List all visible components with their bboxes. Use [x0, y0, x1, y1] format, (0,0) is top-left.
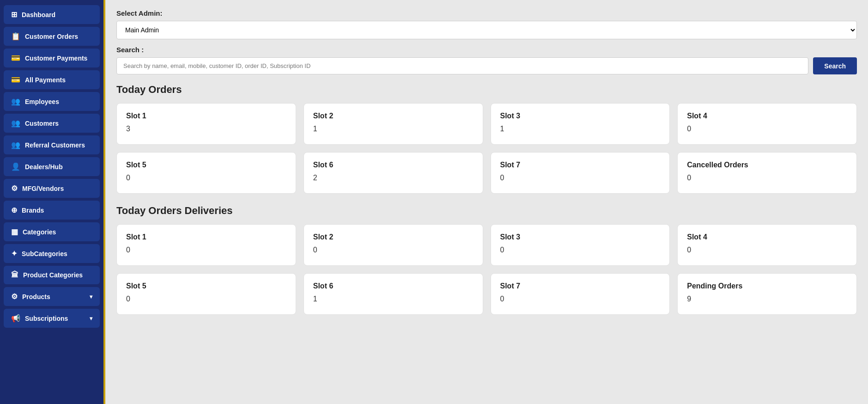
card-value: 9: [687, 295, 847, 303]
delivery-card-3[interactable]: Slot 4 0: [677, 224, 857, 266]
card-value: 0: [126, 246, 286, 254]
sidebar-label-product-categories: Product Categories: [23, 271, 83, 279]
sidebar-item-customer-payments[interactable]: 💳 Customer Payments: [4, 49, 100, 67]
sidebar-icon-employees: 👥: [11, 97, 20, 106]
sidebar-item-subcategories[interactable]: ✦ SubCategories: [4, 244, 100, 263]
delivery-card-1[interactable]: Slot 2 0: [303, 224, 483, 266]
sidebar-icon-referral-customers: 👥: [11, 141, 20, 149]
today-orders-section: Today Orders Slot 1 3 Slot 2 1 Slot 3 1 …: [116, 84, 857, 194]
card-value: 0: [313, 246, 473, 254]
today-order-card-5[interactable]: Slot 6 2: [303, 152, 483, 194]
sidebar-label-subcategories: SubCategories: [22, 250, 67, 257]
sidebar-item-products[interactable]: ⚙ Products ▾: [4, 287, 100, 306]
sidebar-icon-subcategories: ✦: [11, 249, 17, 258]
card-value: 1: [313, 125, 473, 133]
card-value: 0: [500, 246, 661, 254]
sidebar-label-subscriptions: Subscriptions: [25, 315, 68, 322]
card-title: Slot 5: [126, 282, 286, 290]
sidebar-icon-subscriptions: 📢: [11, 314, 20, 323]
delivery-card-4[interactable]: Slot 5 0: [116, 273, 296, 315]
delivery-card-7[interactable]: Pending Orders 9: [677, 273, 857, 315]
card-title: Slot 2: [313, 112, 473, 120]
sidebar-item-brands[interactable]: ⊕ Brands: [4, 201, 100, 220]
sidebar-icon-all-payments: 💳: [11, 75, 20, 84]
card-value: 0: [500, 295, 661, 303]
delivery-card-0[interactable]: Slot 1 0: [116, 224, 296, 266]
card-title: Slot 6: [313, 282, 473, 290]
card-title: Slot 6: [313, 161, 473, 169]
select-admin-section: Select Admin: Main Admin: [116, 9, 857, 46]
card-title: Slot 4: [687, 112, 847, 120]
sidebar-icon-product-categories: 🏛: [11, 271, 18, 279]
card-title: Pending Orders: [687, 282, 847, 290]
sidebar-item-dashboard[interactable]: ⊞ Dashboard: [4, 5, 100, 24]
card-title: Slot 5: [126, 161, 286, 169]
today-orders-grid: Slot 1 3 Slot 2 1 Slot 3 1 Slot 4 0 Slot…: [116, 103, 857, 194]
card-title: Slot 7: [500, 282, 661, 290]
sidebar-icon-brands: ⊕: [11, 206, 17, 214]
today-order-card-6[interactable]: Slot 7 0: [491, 152, 670, 194]
delivery-card-2[interactable]: Slot 3 0: [491, 224, 670, 266]
sidebar: ⊞ Dashboard 📋 Customer Orders 💳 Customer…: [0, 0, 105, 404]
sidebar-item-categories[interactable]: ▦ Categories: [4, 222, 100, 241]
sidebar-item-referral-customers[interactable]: 👥 Referral Customers: [4, 135, 100, 154]
card-value: 0: [687, 125, 847, 133]
sidebar-label-customers: Customers: [25, 120, 59, 127]
delivery-card-6[interactable]: Slot 7 0: [491, 273, 670, 315]
sidebar-label-mfg-vendors: MFG/Vendors: [22, 185, 64, 192]
card-value: 2: [313, 174, 473, 182]
today-order-card-3[interactable]: Slot 4 0: [677, 103, 857, 145]
sidebar-item-customers[interactable]: 👥 Customers: [4, 114, 100, 133]
card-title: Slot 3: [500, 233, 661, 241]
card-value: 0: [500, 174, 661, 182]
card-value: 1: [500, 125, 661, 133]
search-button[interactable]: Search: [813, 57, 857, 74]
card-title: Slot 4: [687, 233, 847, 241]
sidebar-label-dashboard: Dashboard: [22, 11, 55, 18]
today-deliveries-grid: Slot 1 0 Slot 2 0 Slot 3 0 Slot 4 0 Slot…: [116, 224, 857, 315]
sidebar-icon-customer-orders: 📋: [11, 32, 20, 41]
delivery-card-5[interactable]: Slot 6 1: [303, 273, 483, 315]
sidebar-item-product-categories[interactable]: 🏛 Product Categories: [4, 266, 100, 284]
main-content: Select Admin: Main Admin Search : Search…: [105, 0, 868, 404]
sidebar-icon-customers: 👥: [11, 119, 20, 128]
sidebar-label-customer-payments: Customer Payments: [25, 55, 87, 62]
card-value: 0: [126, 174, 286, 182]
sidebar-label-brands: Brands: [22, 207, 44, 214]
chevron-down-icon: ▾: [90, 315, 92, 322]
today-order-card-7[interactable]: Cancelled Orders 0: [677, 152, 857, 194]
card-value: 0: [687, 246, 847, 254]
today-order-card-0[interactable]: Slot 1 3: [116, 103, 296, 145]
sidebar-label-categories: Categories: [23, 228, 56, 236]
search-section: Search : Search: [116, 46, 857, 74]
sidebar-item-all-payments[interactable]: 💳 All Payments: [4, 70, 100, 89]
sidebar-item-dealers-hub[interactable]: 👤 Dealers/Hub: [4, 157, 100, 176]
card-title: Slot 1: [126, 112, 286, 120]
card-title: Slot 3: [500, 112, 661, 120]
card-title: Slot 1: [126, 233, 286, 241]
sidebar-label-dealers-hub: Dealers/Hub: [25, 163, 63, 171]
sidebar-item-subscriptions[interactable]: 📢 Subscriptions ▾: [4, 309, 100, 328]
sidebar-item-employees[interactable]: 👥 Employees: [4, 92, 100, 111]
card-title: Slot 7: [500, 161, 661, 169]
card-title: Slot 2: [313, 233, 473, 241]
sidebar-label-employees: Employees: [25, 98, 59, 105]
card-title: Cancelled Orders: [687, 161, 847, 169]
today-order-card-4[interactable]: Slot 5 0: [116, 152, 296, 194]
card-value: 0: [126, 295, 286, 303]
search-input[interactable]: [116, 57, 808, 74]
card-value: 1: [313, 295, 473, 303]
sidebar-icon-dealers-hub: 👤: [11, 162, 20, 171]
sidebar-label-referral-customers: Referral Customers: [25, 141, 85, 149]
today-deliveries-section: Today Orders Deliveries Slot 1 0 Slot 2 …: [116, 205, 857, 315]
today-order-card-1[interactable]: Slot 2 1: [303, 103, 483, 145]
sidebar-item-mfg-vendors[interactable]: ⚙ MFG/Vendors: [4, 179, 100, 198]
admin-select[interactable]: Main Admin: [116, 21, 857, 39]
today-orders-title: Today Orders: [116, 84, 857, 96]
sidebar-item-customer-orders[interactable]: 📋 Customer Orders: [4, 27, 100, 46]
sidebar-icon-categories: ▦: [11, 227, 18, 236]
search-label: Search :: [116, 46, 857, 54]
today-order-card-2[interactable]: Slot 3 1: [491, 103, 670, 145]
select-admin-label: Select Admin:: [116, 9, 857, 17]
card-value: 3: [126, 125, 286, 133]
